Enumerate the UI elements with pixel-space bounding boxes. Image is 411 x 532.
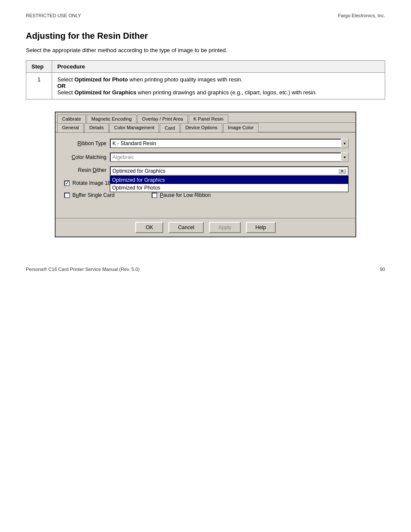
footer-right: 90 (380, 267, 385, 272)
dialog-footer: OK Cancel Apply Help (56, 218, 355, 236)
color-matching-arrow[interactable]: ▼ (341, 152, 349, 162)
buffer-single-card-row: Buffer Single Card (64, 192, 134, 198)
resin-dither-area: Resin Dither Optimized for Graphics ▼ Op… (62, 166, 349, 176)
tab-general[interactable]: General (57, 123, 84, 132)
ribbon-type-select-container: K - Standard Resin ▼ (110, 139, 349, 148)
bold-photo: Optimized for Photo (75, 76, 128, 83)
page-footer: Persona® C16 Card Printer Service Manual… (26, 263, 385, 272)
resin-dither-dropdown: Optimized for Graphics Optimized for Pho… (110, 176, 349, 192)
table-row: 1 Select Optimized for Photo when printi… (26, 73, 385, 100)
spacer (62, 201, 349, 214)
tab-overlay-print-area[interactable]: Overlay / Print Area (137, 115, 188, 123)
resin-dither-selected-text: Optimized for Graphics (112, 168, 338, 174)
tab-color-management[interactable]: Color Management (109, 123, 159, 132)
rotate-image-checkbox[interactable] (64, 180, 70, 186)
header-left: RESTRICTED USE ONLY (26, 13, 81, 18)
procedure-cell: Select Optimized for Photo when printing… (52, 73, 385, 100)
tab-row-1: Calibrate Magnetic Encoding Overlay / Pr… (56, 112, 355, 123)
resin-dither-dropdown-container: Optimized for Graphics ▼ Optimized for G… (110, 166, 349, 176)
page-title: Adjusting for the Resin Dither (26, 31, 385, 41)
tab-details[interactable]: Details (84, 123, 109, 132)
color-matching-label: Color Matching (62, 154, 110, 160)
tab-image-color[interactable]: Image Color (223, 123, 258, 132)
page-container: RESTRICTED USE ONLY Fargo Electronics, I… (0, 0, 411, 532)
resin-dither-value-display: Optimized for Graphics ▼ (110, 166, 349, 176)
ribbon-type-arrow[interactable]: ▼ (341, 139, 349, 148)
col-step: Step (26, 61, 52, 73)
dialog-body: Ribbon Type K - Standard Resin ▼ Color M… (56, 133, 355, 218)
ribbon-type-label: Ribbon Type (62, 140, 110, 146)
tab-card[interactable]: Card (160, 123, 180, 132)
intro-text: Select the appropriate dither method acc… (26, 47, 385, 53)
pause-low-ribbon-checkbox[interactable] (152, 193, 157, 198)
cancel-button[interactable]: Cancel (168, 222, 203, 233)
color-matching-display: Algebraic (110, 152, 349, 162)
bold-graphics: Optimized for Graphics (75, 89, 137, 96)
procedure-table: Step Procedure 1 Select Optimized for Ph… (26, 60, 385, 100)
tab-device-options[interactable]: Device Options (181, 123, 222, 132)
tab-calibrate[interactable]: Calibrate (57, 115, 86, 123)
resin-dither-label: Resin Dither (62, 166, 110, 173)
ok-button[interactable]: OK (135, 222, 163, 233)
ribbon-type-row: Ribbon Type K - Standard Resin ▼ (62, 139, 349, 148)
tab-magnetic-encoding[interactable]: Magnetic Encoding (87, 115, 137, 123)
dropdown-item-graphics[interactable]: Optimized for Graphics (110, 176, 348, 184)
step-number: 1 (26, 73, 52, 100)
color-matching-select-container: Algebraic ▼ (110, 152, 349, 162)
footer-left: Persona® C16 Card Printer Service Manual… (26, 267, 140, 272)
resin-dither-arrow[interactable]: ▼ (338, 169, 346, 174)
buffer-single-card-checkbox[interactable] (64, 193, 70, 198)
color-matching-row: Color Matching Algebraic ▼ (62, 152, 349, 162)
header-right: Fargo Electronics, Inc. (338, 13, 385, 18)
help-button[interactable]: Help (246, 222, 276, 233)
pause-low-ribbon-row: Pause for Low Ribbon (152, 192, 211, 198)
page-header: RESTRICTED USE ONLY Fargo Electronics, I… (26, 13, 385, 18)
dialog-box: Calibrate Magnetic Encoding Overlay / Pr… (55, 112, 356, 237)
or-label: OR (57, 83, 66, 89)
apply-button[interactable]: Apply (209, 222, 241, 233)
tab-row-2: General Details Color Management Card De… (56, 123, 355, 133)
col-procedure: Procedure (52, 61, 385, 73)
ribbon-type-select[interactable]: K - Standard Resin (110, 139, 349, 148)
buffer-single-card-label: Buffer Single Card (72, 192, 115, 198)
tab-k-panel-resin[interactable]: K Panel Resin (189, 115, 228, 123)
dropdown-item-photos[interactable]: Optimized for Photos (110, 184, 348, 192)
pause-low-ribbon-label: Pause for Low Ribbon (160, 192, 211, 198)
